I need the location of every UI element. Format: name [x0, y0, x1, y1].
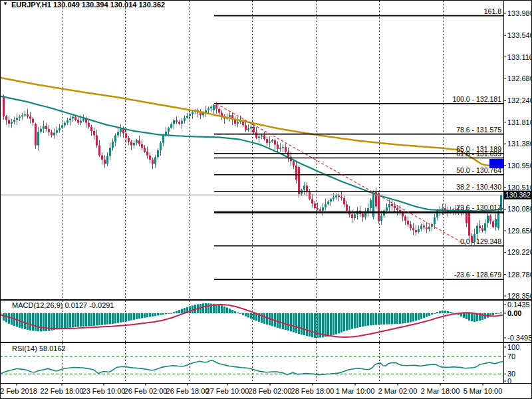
macd-histogram-bar: [82, 313, 84, 327]
mt4-chart-window[interactable]: 161.8100.0 - 132.18178.6 - 131.57565.0 -…: [0, 0, 532, 399]
macd-histogram-bar: [442, 311, 444, 313]
macd-histogram-bar: [64, 313, 66, 329]
price-axis[interactable]: 133.980133.540133.110132.680132.240131.8…: [503, 9, 532, 300]
candle: [263, 135, 265, 139]
macd-histogram-bar: [40, 313, 42, 331]
macd-histogram-bar: [133, 313, 135, 320]
candle: [410, 224, 412, 228]
macd-histogram-bar: [439, 311, 441, 313]
candle: [80, 121, 82, 123]
time-tick-label: 23 Feb 10:00: [82, 387, 126, 395]
candle: [90, 127, 92, 131]
macd-histogram-bar: [112, 313, 114, 324]
macd-histogram-bar: [80, 313, 82, 327]
candle: [479, 225, 481, 228]
candle: [106, 156, 108, 164]
candle: [327, 201, 329, 204]
macd-histogram-bar: [492, 313, 494, 315]
candle: [484, 223, 486, 231]
candle: [184, 118, 186, 121]
macd-histogram-bar: [242, 313, 244, 315]
candle: [149, 156, 151, 160]
macd-histogram-bar: [290, 313, 292, 331]
candle: [293, 161, 295, 165]
macd-histogram-bar: [351, 313, 353, 329]
macd-histogram-bar: [452, 313, 454, 313]
macd-histogram-bar: [356, 313, 358, 328]
candle: [72, 117, 74, 119]
candle: [114, 135, 116, 141]
macd-histogram-bar: [93, 313, 95, 326]
macd-histogram-bar: [226, 307, 228, 313]
price-tick-label: 132.680: [507, 74, 532, 82]
candle: [277, 144, 279, 148]
macd-histogram-bar: [128, 313, 130, 321]
candle: [412, 228, 414, 230]
candle: [93, 131, 95, 135]
macd-histogram-bar: [218, 305, 220, 313]
macd-tick-label: 0.00: [507, 309, 521, 317]
macd-histogram-bar: [444, 311, 446, 313]
macd-histogram-bar: [109, 313, 111, 324]
rsi-tick-label: 0: [507, 377, 511, 385]
time-tick-label: 28 Feb 02:00: [249, 387, 292, 395]
macd-histogram-bar: [253, 313, 255, 320]
candle: [69, 118, 71, 120]
time-axis[interactable]: 22 Feb 201822 Feb 18:0023 Feb 10:0026 Fe…: [0, 383, 502, 395]
candle: [173, 120, 175, 124]
candle: [96, 135, 98, 145]
candle: [21, 116, 23, 117]
macd-histogram-bar: [69, 313, 71, 328]
chart-canvas[interactable]: 161.8100.0 - 132.18178.6 - 131.57565.0 -…: [0, 0, 532, 399]
macd-histogram-bar: [418, 313, 420, 320]
candle: [442, 208, 444, 209]
macd-histogram-bar: [450, 312, 452, 313]
macd-histogram-bar: [495, 313, 497, 314]
macd-histogram-bar: [378, 313, 380, 325]
macd-histogram-bar: [138, 313, 140, 319]
candle: [418, 229, 420, 232]
candle: [407, 221, 409, 225]
candle: [16, 118, 18, 120]
candle: [476, 225, 478, 233]
macd-histogram-bar: [98, 313, 100, 325]
price-tick-label: 133.110: [507, 53, 532, 61]
candle: [309, 192, 311, 199]
macd-histogram-bar: [287, 313, 289, 331]
candle: [130, 142, 132, 146]
candle: [487, 215, 489, 223]
price-tick-label: 131.810: [507, 118, 532, 126]
macd-histogram-bar: [29, 313, 31, 331]
candle: [74, 117, 76, 120]
macd-histogram-bar: [383, 313, 385, 325]
macd-histogram-bar: [170, 313, 172, 314]
macd-histogram-bar: [221, 305, 223, 313]
candle: [495, 219, 497, 227]
macd-histogram-bar: [426, 313, 428, 317]
macd-histogram-bar: [59, 313, 61, 329]
price-tick-label: 133.980: [507, 9, 532, 17]
candle: [157, 150, 159, 157]
candle: [271, 140, 273, 142]
macd-histogram-bar: [234, 311, 236, 313]
candle: [364, 213, 366, 217]
macd-histogram-bar: [407, 313, 409, 323]
macd-axis[interactable]: 0.14350.00-0.3495: [503, 301, 532, 342]
rsi-axis[interactable]: 10070300: [503, 343, 519, 385]
candle: [146, 152, 148, 156]
time-tick-label: 22 Feb 18:00: [41, 387, 84, 395]
rsi-line: [0, 360, 503, 374]
macd-histogram-bar: [410, 313, 412, 323]
candle: [269, 142, 271, 143]
time-tick-label: 27 Feb 10:00: [206, 387, 249, 395]
candle: [415, 230, 417, 232]
macd-histogram-bar: [340, 313, 342, 332]
candle: [13, 120, 15, 122]
macd-histogram-bar: [261, 313, 263, 323]
macd-histogram-bar: [11, 313, 13, 325]
macd-histogram-bar: [386, 313, 388, 325]
macd-histogram-bar: [215, 305, 217, 313]
candle: [394, 206, 396, 208]
macd-histogram-bar: [32, 313, 34, 331]
macd-histogram-bar: [372, 313, 374, 325]
